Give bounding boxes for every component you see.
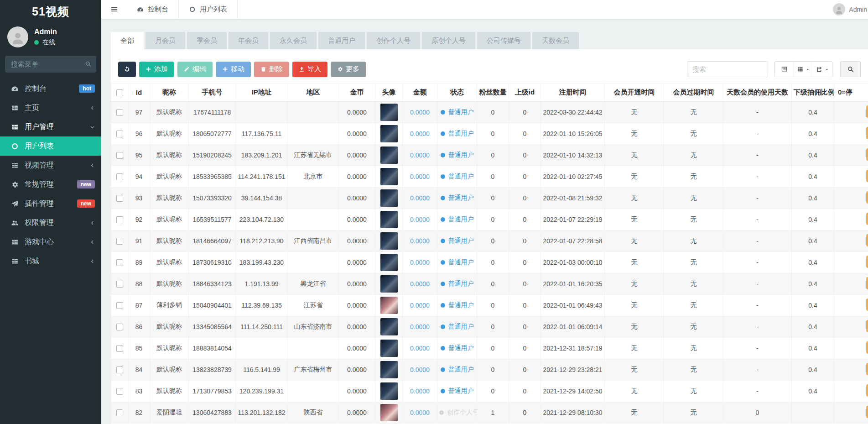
avatar-thumbnail[interactable] <box>380 254 398 271</box>
avatar-thumbnail[interactable] <box>380 168 398 185</box>
sidebar-item-general-mgmt[interactable]: 常规管理new <box>0 175 101 194</box>
row-action-button[interactable] <box>866 191 868 204</box>
filter-tab-company-media[interactable]: 公司传媒号 <box>477 32 530 49</box>
move-button[interactable]: 移动 <box>216 62 251 77</box>
row-action-button[interactable] <box>866 406 868 418</box>
row-checkbox[interactable] <box>116 238 123 245</box>
row-checkbox[interactable] <box>116 366 123 373</box>
row-action-button[interactable] <box>866 384 868 397</box>
row-checkbox[interactable] <box>116 195 123 202</box>
topbar-user-menu[interactable]: Admin <box>833 0 868 19</box>
avatar-thumbnail[interactable] <box>380 297 398 314</box>
avatar-thumbnail[interactable] <box>380 275 398 293</box>
row-checkbox[interactable] <box>116 388 123 395</box>
list-icon <box>11 257 19 265</box>
select-all-checkbox[interactable] <box>116 89 123 96</box>
detail-view-button[interactable] <box>774 61 794 77</box>
row-action-button[interactable] <box>866 256 868 268</box>
sidebar-item-game-center[interactable]: 游戏中心 <box>0 232 101 251</box>
filter-tab-month-vip[interactable]: 月会员 <box>146 32 185 49</box>
row-action-button[interactable] <box>866 105 868 118</box>
row-checkbox[interactable] <box>116 302 123 309</box>
row-action-button[interactable] <box>866 127 868 139</box>
add-button[interactable]: 添加 <box>139 62 174 77</box>
avatar-thumbnail[interactable] <box>380 147 398 164</box>
filter-tab-season-vip[interactable]: 季会员 <box>187 32 227 49</box>
row-checkbox[interactable] <box>116 281 123 288</box>
sidebar-item-user-mgmt[interactable]: 用户管理 <box>0 117 101 136</box>
row-action-button[interactable] <box>866 298 868 311</box>
row-checkbox[interactable] <box>116 131 123 137</box>
row-checkbox[interactable] <box>116 345 123 352</box>
row-checkbox[interactable] <box>116 259 123 266</box>
ip-cell: 117.136.75.11 <box>236 123 288 145</box>
row-action-button[interactable] <box>866 170 868 182</box>
avatar-thumbnail[interactable] <box>380 318 398 335</box>
amount-link[interactable]: 0.0000 <box>410 109 430 116</box>
filter-tab-all[interactable]: 全部 <box>111 32 144 49</box>
avatar-thumbnail[interactable] <box>380 232 398 250</box>
delete-button[interactable]: 删除 <box>254 62 289 77</box>
table-search-button[interactable] <box>840 61 861 77</box>
avatar-thumbnail[interactable] <box>380 104 398 121</box>
amount-link[interactable]: 0.0000 <box>410 366 430 373</box>
filter-tab-original-personal[interactable]: 原创个人号 <box>422 32 475 49</box>
amount-link[interactable]: 0.0000 <box>410 173 430 180</box>
tab-user-list[interactable]: 用户列表 <box>178 0 238 19</box>
sidebar-item-console[interactable]: 控制台hot <box>0 79 101 98</box>
amount-link[interactable]: 0.0000 <box>410 237 430 245</box>
row-checkbox[interactable] <box>116 173 123 180</box>
amount-link[interactable]: 0.0000 <box>410 387 430 395</box>
row-checkbox[interactable] <box>116 216 123 223</box>
avatar-thumbnail[interactable] <box>380 361 398 378</box>
row-action-button[interactable] <box>866 341 868 354</box>
amount-link[interactable]: 0.0000 <box>410 194 430 202</box>
row-checkbox[interactable] <box>116 324 123 330</box>
row-action-button[interactable] <box>866 213 868 225</box>
avatar-thumbnail[interactable] <box>380 125 398 142</box>
sidebar-item-book-city[interactable]: 书城 <box>0 251 101 271</box>
sidebar-toggle-button[interactable] <box>101 0 127 19</box>
row-checkbox[interactable] <box>116 152 123 159</box>
row-action-button[interactable] <box>866 320 868 332</box>
filter-tab-year-vip[interactable]: 年会员 <box>229 32 268 49</box>
table-search-input[interactable] <box>687 61 768 77</box>
export-button[interactable] <box>813 61 832 77</box>
amount-link[interactable]: 0.0000 <box>410 216 430 223</box>
sidebar-item-plugin-mgmt[interactable]: 插件管理new <box>0 194 101 213</box>
sidebar-item-permission-mgmt[interactable]: 权限管理 <box>0 213 101 232</box>
amount-link[interactable]: 0.0000 <box>410 345 430 352</box>
more-button[interactable]: 更多 <box>331 62 366 77</box>
filter-tab-forever-vip[interactable]: 永久会员 <box>270 32 317 49</box>
columns-button[interactable] <box>794 61 813 77</box>
filter-tab-days-vip[interactable]: 天数会员 <box>532 32 579 49</box>
sidebar-search-input[interactable] <box>5 56 96 73</box>
amount-link[interactable]: 0.0000 <box>410 280 430 288</box>
row-checkbox[interactable] <box>116 109 123 116</box>
filter-tab-normal-user[interactable]: 普通用户 <box>318 32 365 49</box>
sidebar-item-video-mgmt[interactable]: 视频管理 <box>0 156 101 175</box>
row-action-button[interactable] <box>866 148 868 161</box>
import-button[interactable]: 导入 <box>292 62 327 77</box>
refresh-button[interactable] <box>118 62 136 77</box>
avatar-thumbnail[interactable] <box>380 211 398 228</box>
avatar-thumbnail[interactable] <box>380 340 398 357</box>
sidebar-item-user-list[interactable]: 用户列表 <box>0 136 101 156</box>
row-checkbox[interactable] <box>116 409 123 416</box>
row-action-button[interactable] <box>866 277 868 289</box>
amount-link[interactable]: 0.0000 <box>410 130 430 137</box>
filter-tab-creator-personal[interactable]: 创作个人号 <box>367 32 420 49</box>
row-action-button[interactable] <box>866 363 868 375</box>
tab-console[interactable]: 控制台 <box>127 0 178 19</box>
amount-link[interactable]: 0.0000 <box>410 152 430 159</box>
avatar-thumbnail[interactable] <box>380 189 398 207</box>
sidebar-item-home[interactable]: 主页 <box>0 98 101 117</box>
amount-link[interactable]: 0.0000 <box>410 302 430 309</box>
amount-link[interactable]: 0.0000 <box>410 259 430 266</box>
edit-button[interactable]: 编辑 <box>177 62 213 77</box>
avatar-thumbnail[interactable] <box>380 404 398 421</box>
amount-link[interactable]: 0.0000 <box>410 409 430 416</box>
row-action-button[interactable] <box>866 234 868 246</box>
avatar-thumbnail[interactable] <box>380 382 398 400</box>
amount-link[interactable]: 0.0000 <box>410 323 430 330</box>
